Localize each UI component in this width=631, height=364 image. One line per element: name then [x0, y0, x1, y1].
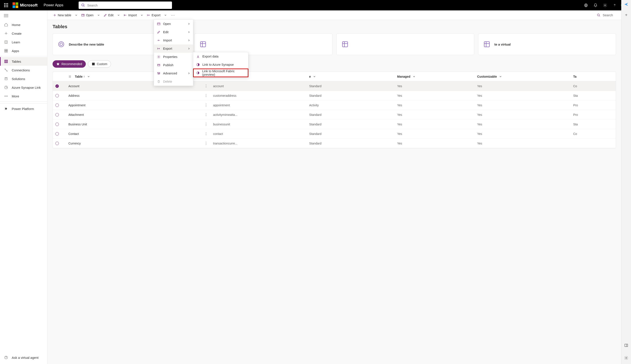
menu-open[interactable]: Open [154, 20, 193, 28]
edit-chevron[interactable] [116, 13, 121, 17]
svg-rect-22 [5, 78, 8, 80]
col-customizable[interactable]: Customizable [477, 75, 573, 78]
menu-import[interactable]: Import [154, 36, 193, 44]
row-checkbox[interactable] [55, 142, 59, 145]
menu-advanced[interactable]: Advanced [154, 69, 193, 78]
card-2[interactable] [336, 34, 474, 55]
card-1[interactable] [194, 34, 332, 55]
chip-recommended[interactable]: Recommended [53, 60, 86, 68]
sidebar-item-apps[interactable]: Apps [0, 46, 47, 55]
sidebar-item-power-platform[interactable]: Power Platform [0, 104, 47, 113]
add-pane-icon[interactable]: + [625, 12, 627, 18]
row-more-icon[interactable]: ⋮ [204, 84, 213, 88]
menu-export[interactable]: Export [154, 44, 193, 53]
sidebar-item-label: Tables [12, 60, 21, 63]
menu-edit[interactable]: Edit [154, 28, 193, 36]
table-row[interactable]: Contact⋮contactStandardYesYesCo [53, 129, 616, 138]
app-launcher-icon[interactable] [2, 1, 11, 10]
row-more-icon[interactable]: ⋮ [204, 112, 213, 117]
table-row[interactable]: Business Unit⋮businessunitStandardYesYes… [53, 120, 616, 129]
toolbar-more-icon[interactable]: ⋯ [169, 13, 177, 18]
sidebar-item-label: Home [12, 23, 21, 27]
help-icon[interactable] [610, 1, 619, 10]
import-button[interactable]: Import [122, 12, 139, 18]
row-checkbox[interactable] [55, 113, 59, 116]
global-search[interactable] [79, 2, 172, 9]
sidebar-item-solutions[interactable]: Solutions [0, 74, 47, 83]
top-bar: Microsoft Power Apps [0, 0, 631, 10]
table-row[interactable]: Currency⋮transactioncurre...StandardYesY… [53, 138, 616, 148]
row-managed: Yes [397, 104, 477, 107]
row-cust: Yes [477, 94, 573, 98]
sidebar-item-learn[interactable]: Learn [0, 38, 47, 46]
ask-agent-button[interactable]: Ask a virtual agent [0, 353, 47, 362]
row-checkbox[interactable] [55, 94, 59, 98]
svg-rect-46 [484, 42, 489, 47]
svg-point-3 [604, 5, 605, 6]
sidebar-item-label: More [12, 94, 19, 98]
hamburger-icon[interactable] [0, 12, 47, 20]
open-chevron[interactable] [96, 13, 101, 17]
col-managed[interactable]: Managed [397, 75, 477, 78]
edit-button[interactable]: Edit [102, 12, 115, 18]
settings-icon[interactable] [600, 1, 609, 10]
open-button[interactable]: Open [80, 12, 95, 18]
more-icon [4, 94, 8, 98]
new-table-button[interactable]: New table [51, 12, 73, 18]
chip-custom[interactable]: Custom [88, 60, 111, 68]
submenu-export-data[interactable]: Export data [193, 52, 248, 60]
menu-properties[interactable]: Properties [154, 53, 193, 61]
card-3[interactable]: te a virtual [478, 34, 616, 55]
new-table-chevron[interactable] [74, 13, 79, 17]
copilot-icon[interactable] [624, 2, 628, 8]
app-name: Power Apps [44, 3, 63, 8]
col-tags[interactable]: Ta [573, 75, 613, 78]
brand-label: Microsoft [20, 3, 38, 8]
environment-icon[interactable] [581, 1, 590, 10]
table-row[interactable]: Address⋮customeraddressStandardYesYesSta [53, 91, 616, 100]
rail-settings-icon[interactable] [624, 356, 628, 361]
row-more-icon[interactable]: ⋮ [204, 122, 213, 126]
row-checkbox[interactable] [55, 132, 59, 136]
sidebar-item-home[interactable]: Home [0, 20, 47, 29]
row-checkbox[interactable] [55, 84, 59, 88]
sidebar-item-create[interactable]: Create [0, 29, 47, 38]
book-icon [4, 40, 8, 44]
import-chevron[interactable] [139, 13, 144, 17]
panel-icon[interactable] [624, 343, 628, 348]
notifications-icon[interactable] [591, 1, 600, 10]
row-more-icon[interactable]: ⋮ [204, 94, 213, 98]
submenu-link-synapse[interactable]: Link to Azure Synapse [193, 60, 248, 69]
sidebar-item-connections[interactable]: Connections [0, 66, 47, 74]
row-checkbox[interactable] [55, 122, 59, 126]
row-name: Business Unit [68, 122, 204, 126]
table-row[interactable]: Account⋮accountStandardYesYesCo [53, 81, 616, 91]
row-more-icon[interactable]: ⋮ [204, 132, 213, 136]
export-chevron[interactable] [163, 13, 168, 17]
svg-point-75 [626, 358, 627, 358]
menu-publish[interactable]: Publish [154, 61, 193, 69]
page-search[interactable]: Search [597, 13, 617, 17]
sidebar-item-tables[interactable]: Tables [0, 57, 47, 66]
svg-rect-61 [158, 64, 160, 66]
row-tag: Sta [573, 122, 613, 126]
sidebar-item-more[interactable]: More [0, 92, 47, 100]
global-search-input[interactable] [87, 4, 169, 7]
svg-point-0 [82, 4, 84, 6]
search-icon [81, 3, 85, 7]
row-more-icon[interactable]: ⋮ [204, 103, 213, 107]
export-button[interactable]: Export [145, 12, 162, 18]
menu-delete: Delete [154, 78, 193, 86]
svg-point-20 [5, 69, 6, 70]
row-managed: Yes [397, 84, 477, 88]
table-row[interactable]: Attachment⋮activitymimeatta...StandardYe… [53, 110, 616, 120]
sidebar-item-label: Solutions [12, 77, 25, 81]
row-checkbox[interactable] [55, 104, 59, 107]
submenu-link-fabric[interactable]: Link to Microsoft Fabric (preview) [193, 69, 248, 77]
row-cust: Yes [477, 132, 573, 136]
col-type[interactable]: e [309, 75, 397, 78]
table-row[interactable]: Appointment⋮appointmentActivityYesYesPro [53, 100, 616, 110]
sidebar-item-azure-synapse-link[interactable]: Azure Synapse Link [0, 83, 47, 92]
row-managed: Yes [397, 132, 477, 136]
row-more-icon[interactable]: ⋮ [204, 141, 213, 145]
